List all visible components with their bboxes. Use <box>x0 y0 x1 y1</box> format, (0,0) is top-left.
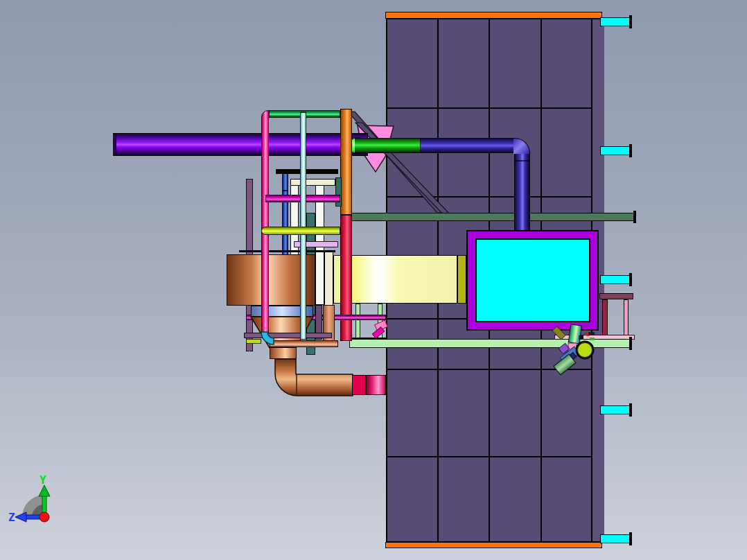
z-axis-arrowhead[interactable] <box>15 512 26 522</box>
cyan-elbow[interactable] <box>261 332 274 344</box>
pump-fitting-dark <box>579 335 583 340</box>
magenta-fitting[interactable] <box>372 327 384 338</box>
pump-olive-arm[interactable] <box>552 326 565 340</box>
y-axis-label: Y <box>39 473 46 487</box>
orientation-triad: Y Z <box>0 457 97 541</box>
z-axis-label: Z <box>8 511 15 524</box>
triad-origin <box>39 512 49 522</box>
detail-overlay <box>0 0 747 560</box>
pump-shaft[interactable] <box>568 324 581 344</box>
pump-fitting-dark <box>588 332 595 335</box>
agitator-pump[interactable] <box>552 324 595 375</box>
pump-wheel[interactable] <box>578 343 592 358</box>
cad-viewport: Y Z <box>0 0 747 560</box>
y-axis-arrowhead[interactable] <box>39 485 50 496</box>
pump-fitting-green <box>590 338 595 340</box>
